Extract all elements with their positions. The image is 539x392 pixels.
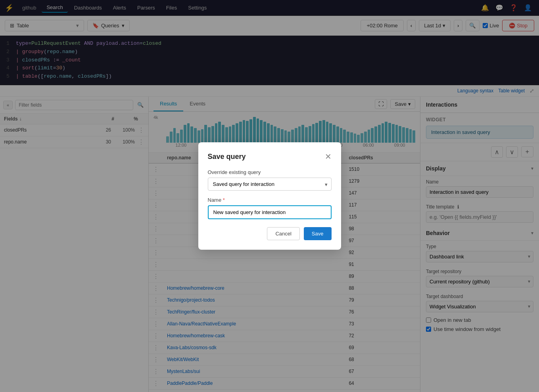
modal-overlay[interactable]: Save query ✕ Override existing query Sav…	[0, 0, 539, 392]
save-modal-button[interactable]: Save	[304, 227, 332, 240]
modal-header: Save query ✕	[208, 152, 332, 161]
override-select-wrapper: Saved query for interaction	[208, 178, 332, 191]
modal-name-input[interactable]	[208, 205, 332, 219]
required-star: *	[223, 197, 225, 203]
save-query-modal: Save query ✕ Override existing query Sav…	[198, 142, 341, 250]
modal-title: Save query	[208, 153, 246, 161]
override-select[interactable]: Saved query for interaction	[208, 178, 332, 191]
override-label: Override existing query	[208, 169, 332, 175]
modal-name-label: Name *	[208, 197, 332, 203]
modal-close-button[interactable]: ✕	[325, 152, 332, 161]
modal-actions: Cancel Save	[208, 227, 332, 240]
cancel-button[interactable]: Cancel	[267, 227, 299, 240]
